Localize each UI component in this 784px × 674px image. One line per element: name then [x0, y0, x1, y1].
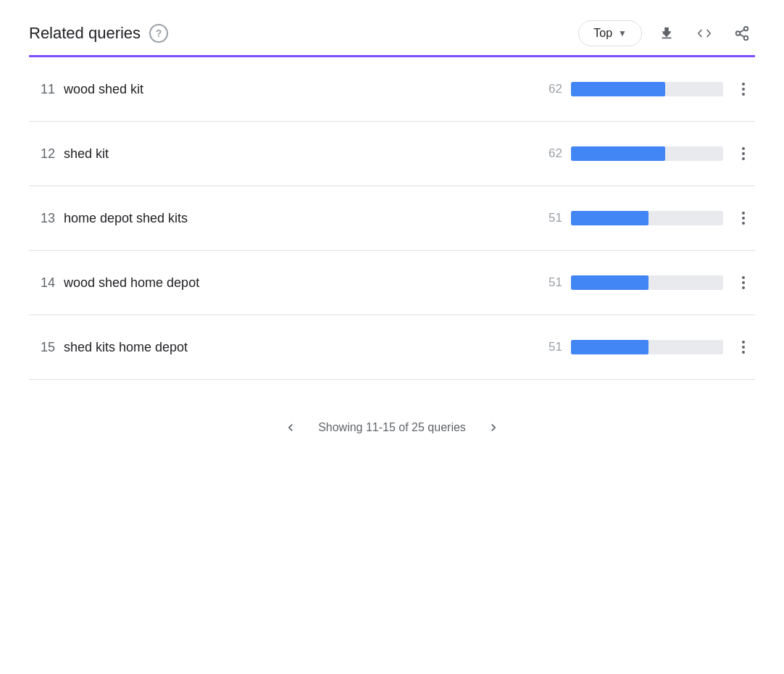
help-icon[interactable]: ?	[149, 24, 168, 43]
table-row: 14 wood shed home depot 51	[29, 251, 755, 315]
prev-page-button[interactable]	[278, 415, 304, 441]
row-label: shed kits home depot	[64, 340, 527, 355]
chevron-right-icon	[486, 420, 501, 435]
svg-point-2	[744, 36, 748, 40]
filter-dropdown[interactable]: Top ▼	[578, 20, 642, 46]
pagination: Showing 11-15 of 25 queries	[29, 415, 755, 441]
header-left: Related queries ?	[29, 24, 168, 43]
svg-line-3	[740, 34, 744, 37]
svg-point-1	[736, 31, 741, 36]
download-button[interactable]	[654, 20, 680, 46]
dot	[742, 351, 745, 354]
table-row: 12 shed kit 62	[29, 122, 755, 186]
row-rank: 13	[29, 211, 55, 226]
bar-container	[571, 82, 723, 96]
dot	[742, 217, 745, 220]
row-value: 62	[536, 82, 562, 96]
dot	[742, 286, 745, 289]
table-row: 13 home depot shed kits 51	[29, 186, 755, 251]
section-title: Related queries	[29, 24, 141, 43]
row-label: shed kit	[64, 146, 527, 162]
embed-icon	[696, 25, 712, 41]
more-options-button[interactable]	[732, 142, 755, 165]
table-row: 15 shed kits home depot 51	[29, 315, 755, 380]
more-options-button[interactable]	[732, 271, 755, 294]
dot	[742, 212, 745, 215]
queries-table: 11 wood shed kit 62 12 shed kit 62	[29, 57, 755, 380]
row-value: 51	[536, 211, 562, 225]
bar-fill	[571, 340, 649, 354]
bar-fill	[571, 82, 665, 96]
dot	[742, 346, 745, 349]
dot	[742, 83, 745, 86]
dropdown-label: Top	[593, 27, 612, 40]
chevron-left-icon	[283, 420, 298, 435]
row-label: home depot shed kits	[64, 211, 527, 226]
bar-container	[571, 340, 723, 354]
embed-button[interactable]	[691, 20, 717, 46]
bar-fill	[571, 146, 665, 161]
dot	[742, 88, 745, 91]
more-options-button[interactable]	[732, 78, 755, 101]
row-rank: 14	[29, 275, 55, 291]
dot	[742, 157, 745, 160]
header-right: Top ▼	[578, 20, 755, 46]
row-rank: 15	[29, 340, 55, 355]
download-icon	[659, 25, 675, 41]
share-icon	[734, 25, 750, 41]
dot	[742, 276, 745, 279]
row-rank: 11	[29, 82, 55, 97]
bar-container	[571, 275, 723, 290]
row-label: wood shed home depot	[64, 275, 527, 291]
section-header: Related queries ? Top ▼	[29, 20, 755, 57]
svg-line-4	[740, 30, 744, 33]
pagination-text: Showing 11-15 of 25 queries	[318, 421, 466, 434]
row-label: wood shed kit	[64, 82, 527, 97]
dot	[742, 93, 745, 96]
share-button[interactable]	[729, 20, 755, 46]
row-value: 51	[536, 275, 562, 290]
dot	[742, 147, 745, 150]
bar-container	[571, 211, 723, 225]
dot	[742, 222, 745, 225]
chevron-down-icon: ▼	[618, 28, 627, 38]
dot	[742, 281, 745, 284]
bar-fill	[571, 211, 649, 225]
bar-fill	[571, 275, 649, 290]
svg-point-0	[744, 27, 748, 31]
row-value: 62	[536, 146, 562, 161]
more-options-button[interactable]	[732, 207, 755, 230]
row-rank: 12	[29, 146, 55, 162]
bar-container	[571, 146, 723, 161]
dot	[742, 341, 745, 344]
table-row: 11 wood shed kit 62	[29, 57, 755, 122]
row-value: 51	[536, 340, 562, 354]
next-page-button[interactable]	[480, 415, 506, 441]
more-options-button[interactable]	[732, 336, 755, 359]
dot	[742, 152, 745, 155]
